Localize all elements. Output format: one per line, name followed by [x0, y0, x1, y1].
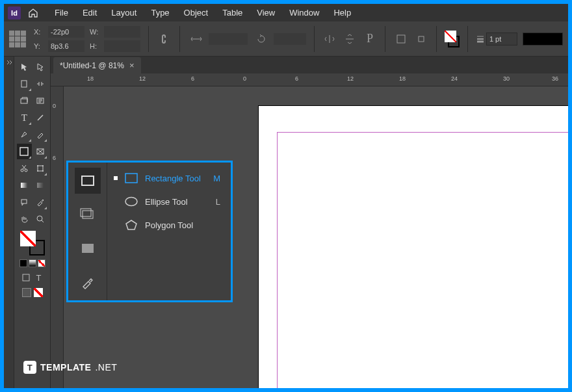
ruler-h-label: 12 [347, 75, 354, 82]
document-tab[interactable]: *Untitled-1 @ 81% × [53, 57, 141, 73]
menu-file[interactable]: File [48, 5, 75, 20]
ruler-v-label: 6 [53, 155, 56, 161]
apply-none-icon[interactable] [38, 259, 46, 267]
vertical-ruler[interactable]: 0 6 [51, 86, 64, 388]
menu-object[interactable]: Object [177, 5, 215, 20]
eyedropper-tool[interactable] [33, 194, 48, 210]
w-field[interactable] [104, 26, 140, 38]
horizontal-ruler[interactable]: 18 12 6 0 6 12 18 24 30 36 [51, 73, 568, 86]
menu-view[interactable]: View [250, 5, 281, 20]
w-label: W: [90, 28, 101, 36]
page-tool[interactable] [17, 76, 32, 92]
flyout-grid-tool[interactable] [75, 235, 101, 261]
flyout-eyedropper-tool[interactable] [75, 269, 101, 295]
menu-table[interactable]: Table [216, 5, 249, 20]
flyout-item-ellipse[interactable]: Ellipse Tool L [112, 192, 222, 211]
selection-tool[interactable] [17, 59, 32, 75]
shape-tool-flyout: Rectangle Tool M Ellipse Tool L Polygon … [66, 161, 233, 302]
svg-point-31 [125, 198, 137, 206]
flyout-frame-tool[interactable] [75, 202, 101, 228]
scale-x-icon[interactable] [188, 31, 205, 47]
menu-layout[interactable]: Layout [105, 5, 143, 20]
constrain-icon[interactable] [157, 31, 172, 47]
svg-rect-0 [397, 35, 405, 43]
svg-rect-22 [21, 200, 27, 203]
svg-rect-28 [81, 209, 91, 216]
watermark: T TEMPLATE.NET [23, 361, 117, 374]
control-bar: X: Y: W: H: [4, 21, 568, 57]
divider [148, 26, 149, 52]
stroke-style-preview[interactable] [523, 33, 563, 46]
flyout-rectangle-tool[interactable] [75, 168, 101, 194]
stroke-weight-group [476, 33, 517, 46]
svg-rect-27 [83, 211, 93, 218]
svg-rect-26 [82, 176, 94, 185]
ruler-h-label: 18 [87, 75, 94, 82]
divider [385, 26, 385, 52]
note-tool[interactable] [17, 194, 32, 210]
flyout-menu: Rectangle Tool M Ellipse Tool L Polygon … [107, 163, 231, 300]
menu-help[interactable]: Help [327, 5, 358, 20]
paragraph-style-icon[interactable]: P [362, 31, 377, 47]
apply-gradient-icon[interactable] [29, 259, 36, 267]
zoom-tool[interactable] [33, 211, 48, 227]
y-field[interactable] [48, 40, 84, 52]
type-tool[interactable]: T [17, 110, 32, 125]
rectangle-frame-tool[interactable] [17, 144, 32, 159]
h-field[interactable] [104, 40, 140, 52]
gradient-feather-tool[interactable] [33, 177, 48, 193]
direct-selection-tool[interactable] [33, 59, 48, 75]
x-label: X: [34, 28, 46, 36]
stroke-weight-field[interactable] [486, 33, 517, 46]
scissors-tool[interactable] [17, 161, 32, 176]
rotate-icon[interactable] [253, 31, 270, 47]
select-content-icon[interactable] [413, 31, 428, 47]
normal-mode-icon[interactable] [22, 288, 31, 297]
formatting-container-icon[interactable] [21, 272, 31, 283]
flyout-item-label: Polygon Tool [145, 220, 203, 230]
preview-mode-icon[interactable] [34, 288, 43, 297]
page [259, 106, 568, 388]
collapsed-panel-strip[interactable] [4, 57, 14, 388]
svg-point-23 [37, 216, 42, 221]
line-tool[interactable] [33, 110, 48, 125]
flip-h-icon[interactable] [322, 31, 337, 47]
formatting-text-icon[interactable]: T [34, 272, 44, 283]
rotate-field[interactable] [274, 33, 306, 45]
flyout-item-polygon[interactable]: Polygon Tool [112, 216, 222, 234]
watermark-badge-icon: T [23, 361, 36, 374]
flyout-item-rectangle[interactable]: Rectangle Tool M [112, 169, 222, 187]
home-icon[interactable] [26, 6, 40, 20]
apply-color-icon[interactable] [20, 259, 27, 267]
menu-type[interactable]: Type [144, 5, 176, 20]
hand-tool[interactable] [17, 211, 32, 227]
pen-tool[interactable] [17, 127, 32, 142]
fill-stroke-swatch[interactable] [445, 31, 460, 47]
close-tab-icon[interactable]: × [129, 60, 135, 70]
scale-x-field[interactable] [209, 33, 248, 45]
free-transform-tool[interactable] [33, 161, 48, 176]
divider [179, 26, 180, 52]
gap-tool[interactable] [33, 76, 48, 92]
menu-window[interactable]: Window [283, 5, 326, 20]
svg-line-24 [42, 220, 44, 222]
select-container-icon[interactable] [393, 31, 408, 47]
pencil-tool[interactable] [33, 127, 48, 142]
rectangle-tool[interactable] [33, 144, 48, 159]
position-fields: X: Y: [34, 26, 84, 52]
app-window: Id File Edit Layout Type Object Table Vi… [4, 4, 568, 388]
menu-bar: Id File Edit Layout Type Object Table Vi… [4, 4, 568, 21]
toolbox-fill-stroke-swatch[interactable] [20, 231, 45, 255]
content-collector-tool[interactable] [17, 93, 32, 109]
flip-v-icon[interactable] [343, 31, 358, 47]
expand-panels-icon [6, 59, 12, 66]
menu-edit[interactable]: Edit [76, 5, 103, 20]
gradient-swatch-tool[interactable] [17, 177, 32, 193]
svg-rect-25 [23, 274, 29, 281]
screen-mode-row [14, 288, 50, 297]
x-field[interactable] [48, 26, 84, 38]
reference-point-grid[interactable] [9, 31, 26, 47]
content-placer-tool[interactable] [33, 93, 48, 109]
svg-rect-9 [20, 148, 28, 155]
rotate-group [253, 31, 306, 47]
